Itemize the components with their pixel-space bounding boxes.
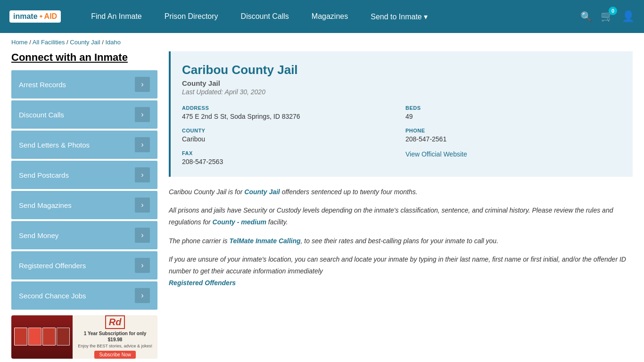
arrow-icon: › bbox=[135, 228, 150, 243]
arrow-icon: › bbox=[135, 77, 150, 92]
arrow-icon: › bbox=[135, 288, 150, 303]
address-block: ADDRESS 475 E 2nd S St, Soda Springs, ID… bbox=[182, 105, 398, 120]
ad-left bbox=[11, 315, 73, 359]
sidebar-item-send-postcards[interactable]: Send Postcards › bbox=[11, 161, 157, 189]
nav-find-inmate[interactable]: Find An Inmate bbox=[80, 0, 153, 33]
search-button[interactable]: 🔍 bbox=[580, 11, 592, 22]
beds-label: BEDS bbox=[405, 105, 621, 111]
beds-value: 49 bbox=[405, 113, 621, 120]
description-para1: Caribou County Jail is for County Jail o… bbox=[169, 186, 633, 198]
sidebar-item-label: Send Money bbox=[19, 231, 58, 239]
facility-type: County Jail bbox=[182, 79, 621, 87]
phone-label: PHONE bbox=[405, 128, 621, 133]
arrow-icon: › bbox=[135, 107, 150, 122]
arrow-icon: › bbox=[135, 258, 150, 273]
nav-prison-directory[interactable]: Prison Directory bbox=[153, 0, 230, 33]
county-block: COUNTY Caribou bbox=[182, 128, 398, 143]
sidebar-item-label: Send Magazines bbox=[19, 201, 72, 209]
ad-right: Rd 1 Year Subscription for only $19.98 E… bbox=[73, 315, 157, 359]
nav-links: Find An Inmate Prison Directory Discount… bbox=[80, 0, 580, 33]
ad-subtext: Enjoy the BEST stories, advice & jokes! bbox=[78, 344, 152, 349]
user-button[interactable]: 👤 bbox=[622, 10, 635, 23]
sidebar-item-arrest-records[interactable]: Arrest Records › bbox=[11, 70, 157, 99]
sidebar-item-send-money[interactable]: Send Money › bbox=[11, 221, 157, 249]
sidebar-item-label: Send Postcards bbox=[19, 171, 69, 179]
desc-para2-after: facility. bbox=[266, 218, 288, 226]
sidebar-item-second-chance-jobs[interactable]: Second Chance Jobs › bbox=[11, 281, 157, 310]
sidebar-title: Connect with an Inmate bbox=[11, 51, 157, 64]
facility-last-updated: Last Updated: April 30, 2020 bbox=[182, 88, 621, 96]
arrow-icon: › bbox=[135, 197, 150, 213]
sidebar-item-send-magazines[interactable]: Send Magazines › bbox=[11, 191, 157, 219]
logo-inmate-text: inmate bbox=[13, 12, 38, 21]
desc-para3-before: The phone carrier is bbox=[169, 237, 229, 245]
sidebar-item-label: Arrest Records bbox=[19, 81, 66, 89]
breadcrumb-all-facilities[interactable]: All Facilities bbox=[33, 39, 65, 46]
arrow-icon: › bbox=[135, 167, 150, 182]
nav-magazines[interactable]: Magazines bbox=[300, 0, 359, 33]
county-jail-link[interactable]: County Jail bbox=[244, 188, 280, 196]
sidebar-item-label: Second Chance Jobs bbox=[19, 292, 86, 300]
sidebar-menu: Arrest Records › Discount Calls › Send L… bbox=[11, 70, 157, 310]
ad-rd-logo: Rd bbox=[105, 315, 125, 329]
facility-description: Caribou County Jail is for County Jail o… bbox=[169, 186, 633, 289]
beds-block: BEDS 49 bbox=[405, 105, 621, 120]
view-official-website-link[interactable]: View Official Website bbox=[405, 150, 467, 158]
logo-aid-text: AID bbox=[44, 12, 58, 21]
breadcrumb-home[interactable]: Home bbox=[11, 39, 28, 46]
sidebar-item-label: Discount Calls bbox=[19, 111, 64, 119]
sidebar-item-discount-calls[interactable]: Discount Calls › bbox=[11, 100, 157, 129]
phone-block: PHONE 208-547-2561 bbox=[405, 128, 621, 143]
desc-para3-after: , to see their rates and best-calling pl… bbox=[301, 237, 498, 245]
arrow-icon: › bbox=[135, 137, 150, 152]
logo-star-icon: ✦ bbox=[39, 13, 43, 20]
fax-label: FAX bbox=[182, 150, 398, 156]
desc-para1-before: Caribou County Jail is for bbox=[169, 188, 244, 196]
nav-discount-calls[interactable]: Discount Calls bbox=[230, 0, 300, 33]
sidebar-item-send-letters[interactable]: Send Letters & Photos › bbox=[11, 131, 157, 159]
nav-icons: 🔍 🛒 0 👤 bbox=[580, 10, 635, 23]
main-layout: Connect with an Inmate Arrest Records › … bbox=[0, 51, 644, 362]
facility-details: ADDRESS 475 E 2nd S St, Soda Springs, ID… bbox=[182, 105, 621, 165]
description-para4: If you are unsure of your inmate's locat… bbox=[169, 254, 633, 289]
county-label: COUNTY bbox=[182, 128, 398, 133]
facility-card: Caribou County Jail County Jail Last Upd… bbox=[169, 51, 633, 177]
navbar: inmate ✦ AID Find An Inmate Prison Direc… bbox=[0, 0, 644, 33]
logo[interactable]: inmate ✦ AID bbox=[9, 10, 61, 23]
content: Caribou County Jail County Jail Last Upd… bbox=[169, 51, 633, 359]
facility-name: Caribou County Jail bbox=[182, 63, 621, 77]
website-block: View Official Website bbox=[405, 150, 621, 165]
description-para3: The phone carrier is TelMate Inmate Call… bbox=[169, 235, 633, 247]
desc-para1-after: offenders sentenced up to twenty four mo… bbox=[280, 188, 418, 196]
fax-value: 208-547-2563 bbox=[182, 158, 398, 165]
breadcrumb-state[interactable]: Idaho bbox=[105, 39, 121, 46]
cart-badge: 0 bbox=[609, 7, 617, 15]
telmate-link[interactable]: TelMate Inmate Calling bbox=[229, 237, 300, 245]
ad-banner[interactable]: Rd 1 Year Subscription for only $19.98 E… bbox=[11, 315, 157, 359]
county-value: Caribou bbox=[182, 135, 398, 143]
sidebar: Connect with an Inmate Arrest Records › … bbox=[11, 51, 157, 359]
sidebar-item-label: Send Letters & Photos bbox=[19, 141, 90, 149]
address-value: 475 E 2nd S St, Soda Springs, ID 83276 bbox=[182, 113, 398, 120]
ad-offer-text: 1 Year Subscription for only $19.98 bbox=[76, 330, 154, 343]
nav-send-to-inmate[interactable]: Send to Inmate ▾ bbox=[359, 0, 439, 33]
breadcrumb-county-jail[interactable]: County Jail bbox=[70, 39, 100, 46]
phone-value: 208-547-2561 bbox=[405, 135, 621, 143]
ad-magazine-covers bbox=[14, 328, 70, 346]
address-label: ADDRESS bbox=[182, 105, 398, 111]
sidebar-item-label: Registered Offenders bbox=[19, 262, 86, 270]
cart-button[interactable]: 🛒 0 bbox=[601, 10, 613, 23]
description-para2: All prisons and jails have Security or C… bbox=[169, 205, 633, 228]
breadcrumb: Home / All Facilities / County Jail / Id… bbox=[0, 33, 644, 51]
sidebar-item-registered-offenders[interactable]: Registered Offenders › bbox=[11, 251, 157, 280]
registered-offenders-link[interactable]: Registered Offenders bbox=[169, 279, 236, 287]
ad-subscribe-button[interactable]: Subscribe Now bbox=[94, 351, 135, 359]
fax-block: FAX 208-547-2563 bbox=[182, 150, 398, 165]
county-medium-link[interactable]: County - medium bbox=[213, 218, 266, 226]
desc-para4-text: If you are unsure of your inmate's locat… bbox=[169, 255, 626, 275]
